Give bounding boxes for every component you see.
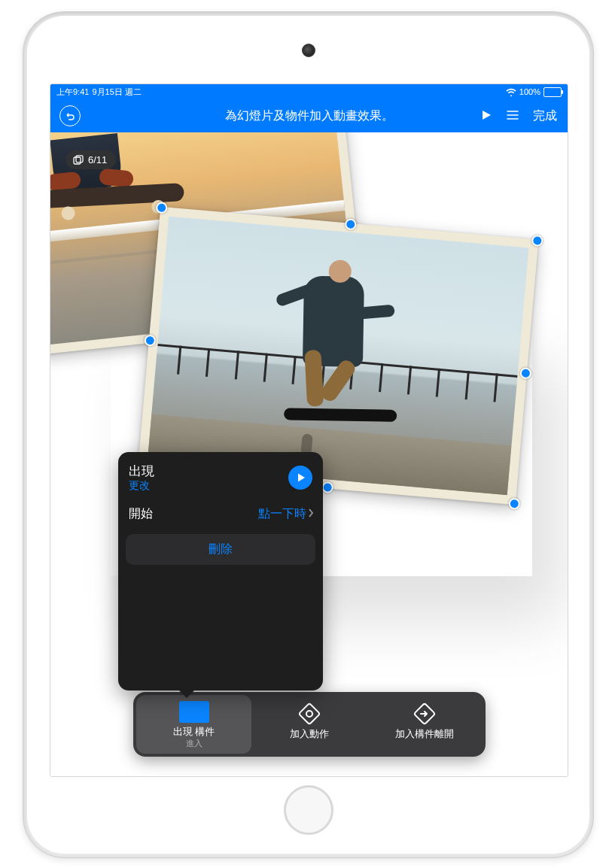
start-value: 點一下時 [258,506,306,522]
add-action-item[interactable]: 加入動作 [251,695,367,754]
selection-handle[interactable] [519,367,531,379]
build-in-label: 出現 構件 [173,727,215,738]
selection-handle[interactable] [156,202,168,214]
build-in-thumb [179,701,209,723]
selection-handle[interactable] [531,235,543,247]
ipad-frame: 上午9:41 9月15日 週二 100% 為幻燈片及物件加入動畫效果。 [23,11,594,858]
svg-rect-1 [74,157,81,164]
chevron-right-icon [308,507,314,520]
add-build-out-label: 加入構件離開 [395,730,454,740]
build-in-sub: 進入 [186,738,202,749]
slide-counter[interactable]: 6/11 [65,150,116,169]
preview-button[interactable] [288,466,312,490]
change-effect-button[interactable]: 更改 [129,479,154,491]
add-action-label: 加入動作 [290,730,329,740]
home-button[interactable] [284,785,333,835]
svg-rect-2 [76,155,83,162]
selection-handle[interactable] [508,498,520,510]
nav-title: 為幻燈片及物件加入動畫效果。 [50,108,568,124]
svg-rect-3 [299,703,320,724]
build-in-item[interactable]: 出現 構件 進入 [136,695,251,754]
add-build-out-item[interactable]: 加入構件離開 [367,695,483,754]
build-toolbar: 出現 構件 進入 加入動作 [133,692,486,757]
slides-icon [73,155,84,165]
status-bar: 上午9:41 9月15日 週二 100% [50,84,568,99]
selection-handle[interactable] [321,481,333,493]
start-label: 開始 [129,506,153,522]
status-date: 9月15日 週二 [92,86,141,98]
svg-point-4 [306,711,312,717]
screen: 上午9:41 9月15日 週二 100% 為幻燈片及物件加入動畫效果。 [50,83,568,777]
wifi-icon [506,88,516,96]
build-out-icon [412,701,437,727]
slide-canvas[interactable]: 6/11 [50,132,568,776]
battery-text: 100% [519,87,540,96]
status-time: 上午9:41 [56,86,89,98]
delete-button[interactable]: 刪除 [126,534,315,565]
start-row[interactable]: 開始 點一下時 [118,499,323,530]
battery-icon [543,87,562,97]
device-camera [302,44,315,57]
effect-name: 出現 [129,464,154,479]
selection-handle[interactable] [345,218,357,230]
slide-counter-text: 6/11 [88,154,107,165]
nav-bar: 為幻燈片及物件加入動畫效果。 完成 [50,99,568,132]
build-popover: 出現 更改 開始 點一下時 [118,452,323,690]
action-icon [297,701,322,727]
selection-handle[interactable] [144,335,156,347]
